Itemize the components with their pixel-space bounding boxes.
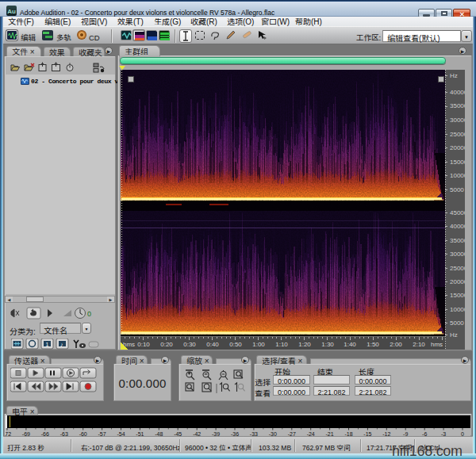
svg-text:1:00: 1:00 [252, 341, 265, 348]
svg-text:0:40: 0:40 [206, 341, 219, 348]
svg-text:20000: 20000 [450, 278, 465, 285]
svg-text:1:10: 1:10 [275, 341, 288, 348]
svg-text:15000: 15000 [450, 292, 465, 299]
svg-text:35000: 35000 [450, 237, 465, 244]
svg-text:10000: 10000 [450, 306, 465, 313]
svg-text:5000: 5000 [450, 319, 464, 327]
svg-text:40000: 40000 [450, 89, 465, 96]
svg-text:5000: 5000 [450, 186, 464, 193]
svg-text:15000: 15000 [450, 159, 465, 166]
svg-text:45000: 45000 [450, 209, 465, 216]
svg-text:10000: 10000 [450, 172, 465, 179]
svg-text:♪: ♪ [60, 342, 63, 347]
svg-text:0:20: 0:20 [160, 341, 173, 348]
svg-text:1:30: 1:30 [321, 341, 334, 348]
svg-text:0:50: 0:50 [229, 341, 242, 348]
svg-text:1:20: 1:20 [298, 341, 311, 348]
svg-text:1: 1 [46, 342, 49, 347]
svg-text:30000: 30000 [450, 251, 465, 258]
svg-text:Hz: Hz [450, 72, 458, 79]
svg-text:2:00: 2:00 [390, 341, 402, 348]
svg-text:hms: hms [431, 341, 443, 348]
svg-text:0:30: 0:30 [183, 341, 196, 348]
svg-text:40000: 40000 [450, 223, 465, 230]
svg-text:0:10: 0:10 [137, 341, 150, 348]
svg-text:1:40: 1:40 [344, 341, 356, 348]
svg-text:35000: 35000 [450, 102, 465, 109]
svg-text:25000: 25000 [450, 131, 465, 138]
svg-text:30000: 30000 [450, 117, 465, 124]
svg-text:2:10: 2:10 [413, 341, 425, 348]
svg-text:20000: 20000 [450, 144, 465, 151]
svg-text:Hz: Hz [450, 331, 458, 339]
svg-text:0: 0 [87, 310, 91, 318]
svg-text:25000: 25000 [450, 265, 465, 272]
svg-text:1:50: 1:50 [367, 341, 379, 348]
